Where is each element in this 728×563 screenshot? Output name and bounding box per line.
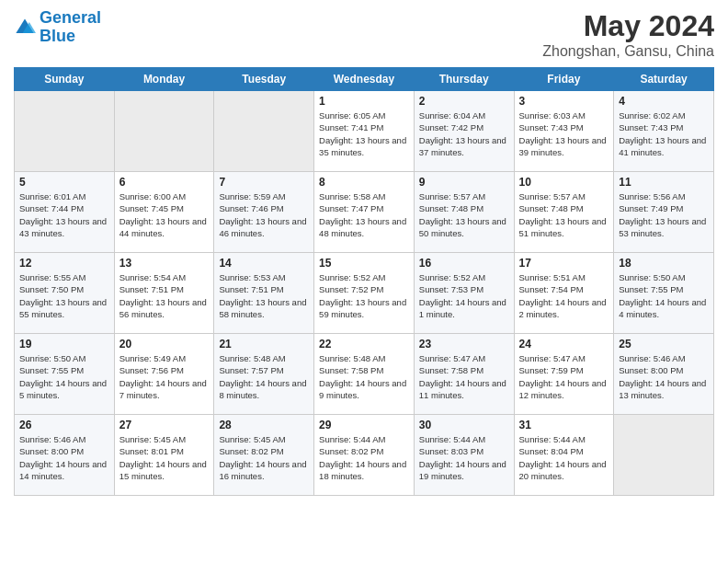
calendar-cell: 13Sunrise: 5:54 AMSunset: 7:51 PMDayligh…	[114, 253, 214, 334]
title-block: May 2024 Zhongshan, Gansu, China	[542, 9, 714, 60]
calendar-cell: 14Sunrise: 5:53 AMSunset: 7:51 PMDayligh…	[214, 253, 314, 334]
day-number: 3	[519, 95, 609, 108]
day-info: Sunrise: 6:02 AMSunset: 7:43 PMDaylight:…	[619, 109, 709, 158]
calendar-cell: 11Sunrise: 5:56 AMSunset: 7:49 PMDayligh…	[614, 172, 714, 253]
calendar-week-4: 19Sunrise: 5:50 AMSunset: 7:55 PMDayligh…	[15, 334, 714, 415]
calendar-cell: 21Sunrise: 5:48 AMSunset: 7:57 PMDayligh…	[214, 334, 314, 415]
day-info: Sunrise: 5:58 AMSunset: 7:47 PMDaylight:…	[319, 190, 409, 239]
calendar-table: Sunday Monday Tuesday Wednesday Thursday…	[14, 67, 714, 496]
calendar-cell: 3Sunrise: 6:03 AMSunset: 7:43 PMDaylight…	[514, 91, 614, 172]
calendar-cell: 31Sunrise: 5:44 AMSunset: 8:04 PMDayligh…	[514, 415, 614, 496]
day-number: 4	[619, 95, 709, 108]
day-number: 1	[319, 95, 409, 108]
day-info: Sunrise: 5:57 AMSunset: 7:48 PMDaylight:…	[519, 190, 609, 239]
day-info: Sunrise: 5:51 AMSunset: 7:54 PMDaylight:…	[519, 271, 609, 320]
calendar-cell: 10Sunrise: 5:57 AMSunset: 7:48 PMDayligh…	[514, 172, 614, 253]
day-info: Sunrise: 5:47 AMSunset: 7:59 PMDaylight:…	[519, 352, 609, 401]
day-number: 25	[619, 338, 709, 350]
day-info: Sunrise: 5:45 AMSunset: 8:01 PMDaylight:…	[119, 433, 210, 482]
calendar-cell	[614, 415, 714, 496]
day-info: Sunrise: 5:48 AMSunset: 7:58 PMDaylight:…	[319, 352, 409, 401]
day-info: Sunrise: 6:04 AMSunset: 7:42 PMDaylight:…	[419, 109, 509, 158]
calendar-cell: 29Sunrise: 5:44 AMSunset: 8:02 PMDayligh…	[314, 415, 415, 496]
calendar-week-3: 12Sunrise: 5:55 AMSunset: 7:50 PMDayligh…	[15, 253, 714, 334]
calendar-cell: 9Sunrise: 5:57 AMSunset: 7:48 PMDaylight…	[414, 172, 514, 253]
day-number: 9	[419, 176, 509, 189]
calendar-cell	[114, 91, 214, 172]
calendar-cell: 25Sunrise: 5:46 AMSunset: 8:00 PMDayligh…	[614, 334, 714, 415]
col-friday: Friday	[514, 68, 614, 91]
day-number: 31	[519, 419, 609, 431]
day-info: Sunrise: 5:49 AMSunset: 7:56 PMDaylight:…	[119, 352, 210, 401]
calendar-cell: 4Sunrise: 6:02 AMSunset: 7:43 PMDaylight…	[614, 91, 714, 172]
day-info: Sunrise: 5:57 AMSunset: 7:48 PMDaylight:…	[419, 190, 509, 239]
calendar-cell: 23Sunrise: 5:47 AMSunset: 7:58 PMDayligh…	[414, 334, 514, 415]
logo-text: General Blue	[40, 9, 101, 46]
col-wednesday: Wednesday	[314, 68, 415, 91]
calendar-cell: 22Sunrise: 5:48 AMSunset: 7:58 PMDayligh…	[314, 334, 415, 415]
calendar-week-1: 1Sunrise: 6:05 AMSunset: 7:41 PMDaylight…	[15, 91, 714, 172]
day-info: Sunrise: 5:56 AMSunset: 7:49 PMDaylight:…	[619, 190, 709, 239]
calendar-cell: 15Sunrise: 5:52 AMSunset: 7:52 PMDayligh…	[314, 253, 415, 334]
day-number: 12	[19, 257, 109, 270]
calendar-cell: 19Sunrise: 5:50 AMSunset: 7:55 PMDayligh…	[15, 334, 115, 415]
calendar-cell: 24Sunrise: 5:47 AMSunset: 7:59 PMDayligh…	[514, 334, 614, 415]
logo: General Blue	[14, 9, 101, 46]
day-info: Sunrise: 6:05 AMSunset: 7:41 PMDaylight:…	[319, 109, 409, 158]
day-number: 19	[19, 338, 109, 350]
day-info: Sunrise: 5:44 AMSunset: 8:03 PMDaylight:…	[419, 433, 509, 482]
calendar-cell: 17Sunrise: 5:51 AMSunset: 7:54 PMDayligh…	[514, 253, 614, 334]
col-monday: Monday	[114, 68, 214, 91]
day-info: Sunrise: 5:45 AMSunset: 8:02 PMDaylight:…	[219, 433, 309, 482]
day-number: 8	[319, 176, 409, 189]
day-number: 13	[119, 257, 210, 270]
day-info: Sunrise: 5:53 AMSunset: 7:51 PMDaylight:…	[219, 271, 309, 320]
day-number: 2	[419, 95, 509, 108]
day-info: Sunrise: 5:44 AMSunset: 8:02 PMDaylight:…	[319, 433, 409, 482]
day-info: Sunrise: 5:55 AMSunset: 7:50 PMDaylight:…	[19, 271, 109, 320]
day-info: Sunrise: 6:01 AMSunset: 7:44 PMDaylight:…	[19, 190, 109, 239]
day-number: 11	[619, 176, 709, 189]
calendar-cell: 20Sunrise: 5:49 AMSunset: 7:56 PMDayligh…	[114, 334, 214, 415]
day-number: 16	[419, 257, 509, 270]
day-number: 28	[219, 419, 309, 431]
calendar-week-5: 26Sunrise: 5:46 AMSunset: 8:00 PMDayligh…	[15, 415, 714, 496]
day-number: 14	[219, 257, 309, 270]
day-info: Sunrise: 5:59 AMSunset: 7:46 PMDaylight:…	[219, 190, 309, 239]
day-number: 15	[319, 257, 409, 270]
logo-icon	[14, 17, 36, 39]
calendar-cell: 5Sunrise: 6:01 AMSunset: 7:44 PMDaylight…	[15, 172, 115, 253]
calendar-cell	[15, 91, 115, 172]
calendar-cell: 7Sunrise: 5:59 AMSunset: 7:46 PMDaylight…	[214, 172, 314, 253]
calendar-week-2: 5Sunrise: 6:01 AMSunset: 7:44 PMDaylight…	[15, 172, 714, 253]
day-info: Sunrise: 5:46 AMSunset: 8:00 PMDaylight:…	[619, 352, 709, 401]
day-number: 18	[619, 257, 709, 270]
day-info: Sunrise: 5:44 AMSunset: 8:04 PMDaylight:…	[519, 433, 609, 482]
col-saturday: Saturday	[614, 68, 714, 91]
calendar-cell: 2Sunrise: 6:04 AMSunset: 7:42 PMDaylight…	[414, 91, 514, 172]
page-header: General Blue May 2024 Zhongshan, Gansu, …	[14, 9, 714, 60]
calendar-cell: 27Sunrise: 5:45 AMSunset: 8:01 PMDayligh…	[114, 415, 214, 496]
day-number: 29	[319, 419, 409, 431]
day-info: Sunrise: 5:50 AMSunset: 7:55 PMDaylight:…	[619, 271, 709, 320]
day-info: Sunrise: 5:52 AMSunset: 7:52 PMDaylight:…	[319, 271, 409, 320]
day-number: 23	[419, 338, 509, 350]
day-number: 21	[219, 338, 309, 350]
calendar-cell: 30Sunrise: 5:44 AMSunset: 8:03 PMDayligh…	[414, 415, 514, 496]
day-number: 5	[19, 176, 109, 189]
day-number: 10	[519, 176, 609, 189]
day-info: Sunrise: 6:00 AMSunset: 7:45 PMDaylight:…	[119, 190, 210, 239]
calendar-cell: 16Sunrise: 5:52 AMSunset: 7:53 PMDayligh…	[414, 253, 514, 334]
day-number: 30	[419, 419, 509, 431]
day-info: Sunrise: 5:46 AMSunset: 8:00 PMDaylight:…	[19, 433, 109, 482]
day-number: 7	[219, 176, 309, 189]
calendar-cell: 8Sunrise: 5:58 AMSunset: 7:47 PMDaylight…	[314, 172, 415, 253]
day-number: 26	[19, 419, 109, 431]
location: Zhongshan, Gansu, China	[542, 43, 714, 60]
calendar-cell: 1Sunrise: 6:05 AMSunset: 7:41 PMDaylight…	[314, 91, 415, 172]
calendar-cell	[214, 91, 314, 172]
day-info: Sunrise: 5:50 AMSunset: 7:55 PMDaylight:…	[19, 352, 109, 401]
day-info: Sunrise: 5:52 AMSunset: 7:53 PMDaylight:…	[419, 271, 509, 320]
header-row: Sunday Monday Tuesday Wednesday Thursday…	[15, 68, 714, 91]
day-number: 24	[519, 338, 609, 350]
